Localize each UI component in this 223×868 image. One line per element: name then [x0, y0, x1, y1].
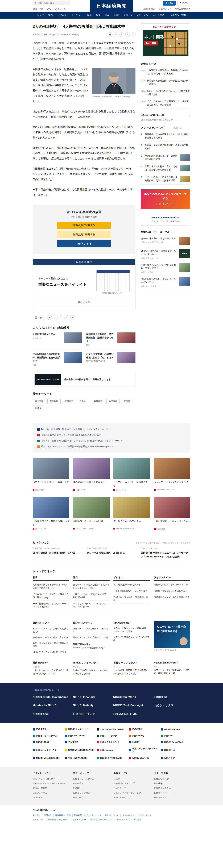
trend-item[interactable]: 「部下に嫌われない」伝え方とは？	[114, 588, 150, 594]
nav-international[interactable]: 国際	[112, 14, 121, 17]
feature-card[interactable]: 全国のワークスペースを利用NIKKEI OFFICE PASS	[73, 497, 110, 530]
partner-item[interactable]: スマートワーク経営調査2025 「働き方」審査の設計を公開	[154, 669, 191, 675]
partner-header[interactable]: 日経BizGate	[33, 661, 69, 664]
partner-item[interactable]: 世界のオフィスビル「森の門」目指す	[73, 635, 110, 641]
trend-item[interactable]: 「稼ぐ」に効く HPのビジネスPC PR／日本HP	[73, 591, 110, 601]
facebook-icon[interactable]: f	[59, 315, 63, 320]
brand-link[interactable]: テレ東BIZ	[65, 741, 94, 744]
nav-sokuho[interactable]: 速報	[46, 14, 55, 17]
pr-item[interactable]: 外食で愛されるハンバーグの成長戦略 アプリで磨く日経チャンネル	[141, 261, 190, 276]
ranking-item[interactable]: 2参院選、全選挙区の開票結果 与党は過半数割れに	[141, 142, 190, 152]
brand-link[interactable]: 日経転職版	[129, 728, 158, 731]
nav-finance[interactable]: 金融	[103, 14, 112, 17]
sitemap-link[interactable]: 日経ピーアール	[154, 790, 190, 795]
ranking-item[interactable]: 5「チームみらい」政党要件満たす 安野代表、交付金で技術者採用	[141, 174, 190, 185]
brand-link[interactable]: 日経CNBC online	[65, 734, 94, 737]
brand-link[interactable]: 日経電子版	[33, 728, 62, 731]
sitemap-link[interactable]: シンポジウム	[33, 795, 69, 800]
free-register-button[interactable]: 無料会員に登録する	[57, 231, 111, 238]
partner-item[interactable]: ミドル転職、専門職で広がる選択肢 40代からのキャリア設計	[114, 669, 150, 675]
ranking-item[interactable]: 1石破首相「政治を停滞させない」続投に意欲 参院選で与党敗北	[141, 131, 190, 142]
partner-item[interactable]: 東ガス・イノベ、新電力事業を提携で拡大へ	[33, 626, 69, 635]
keyword-tag[interactable]: 法務省	[33, 406, 44, 411]
sitemap-link[interactable]: 日経イベント&セミナー	[33, 776, 69, 781]
promo-link[interactable]: 【無料】「日経平均に連動するインデックス」の仕組みを解説／トレンドウオッチ	[37, 438, 186, 444]
feature-card[interactable]: ベテランこそ生成AIと「自走」する日経転職版	[33, 458, 69, 491]
sitemap-link[interactable]: 日経統合システム	[154, 786, 190, 790]
selection-item[interactable]: 日経ニュースレター日経電子版が提供するニュースレターサービス「NIKKEI Br…	[141, 547, 190, 559]
note-icon[interactable]: n	[119, 32, 124, 37]
footer-link[interactable]: 採用情報	[42, 814, 54, 817]
related-site-logo[interactable]: NIKKEI GX	[154, 695, 190, 699]
partner-item[interactable]: エアライン業界のイノベーション最前線	[114, 634, 150, 643]
sitemap-link[interactable]: 日経映像	[154, 781, 190, 786]
login-link[interactable]: ログイン	[177, 1, 190, 6]
ranking-title[interactable]: アクセスランキング	[141, 126, 165, 129]
trend-item[interactable]: 自分の「会食偏差値」を試してみた	[154, 588, 191, 594]
brand-link[interactable]: 日経マーケティングポータル	[129, 747, 158, 753]
footer-link[interactable]: 広告掲載のご案内	[54, 814, 73, 817]
nav-economy[interactable]: 経済	[94, 14, 103, 17]
footer-link[interactable]: お問い合わせ	[138, 814, 153, 817]
mail-icon[interactable]: ✉	[47, 315, 52, 320]
pr-item[interactable]: 熱中症の事故防ぐ 最新対策に迫る日経ビジネス電子版 Special	[141, 235, 190, 247]
footer-link[interactable]: 会社案内	[33, 814, 42, 817]
sitemap-link[interactable]: 日経ホール&カンファレンスルーム	[33, 781, 69, 786]
brand-link[interactable]: NIKKEI OFFICE PASS	[97, 756, 126, 760]
brand-link[interactable]: 日経BP	[129, 741, 158, 744]
x-icon[interactable]: X	[131, 32, 135, 37]
breaking-news-item[interactable]: 15:33「保守政党の選挙活動、教科書の政治を想定」近現代史・中央大教授	[141, 67, 190, 78]
brand-link[interactable]: NIKKEI TEST	[33, 741, 62, 744]
sitemap-link[interactable]: 日経ID	[114, 776, 150, 781]
nav-trump-tariff[interactable]: #トランプ関税	[169, 14, 188, 17]
partner-item[interactable]: 陶器ブーム、ついに終焉？ 2強時代へ	[73, 626, 110, 635]
trend-item[interactable]: FFG「新たな挑戦」を支えるステージ PR／ふくおかFG	[33, 601, 69, 610]
login-button[interactable]: ログインする	[57, 240, 111, 247]
brand-link[interactable]: NIKKEI VALUE SEARCH	[33, 756, 62, 760]
nav-politics[interactable]: 政治	[85, 14, 94, 17]
feature-card[interactable]: 「現場で使える」英語力を身につけるスキルアップ	[33, 497, 69, 530]
footer-link[interactable]: サイトマップ	[33, 818, 46, 821]
breaking-news-title[interactable]: 速報ニュース	[141, 62, 157, 66]
feature-card[interactable]: ヴィンテージバッグをビジネスでTHE NIKKEI MAGAZINE	[154, 458, 191, 491]
related-site-logo[interactable]: NIKKEI Mobility	[73, 704, 110, 707]
brand-link[interactable]: 日経BOOKプラス	[129, 756, 158, 760]
brand-link[interactable]: 日経ESG	[161, 734, 190, 737]
event-seminar-box[interactable]: NIKKEI event&seminar イベント・ウェビナーを探すなら	[141, 213, 190, 225]
footer-link[interactable]: 著作権について	[103, 814, 121, 817]
subnav-item-mynews[interactable]: Myニュース	[55, 8, 66, 10]
trend-item[interactable]: 最新家電への買い替えはサブスクで	[154, 582, 191, 588]
pr-section-title[interactable]: 特集記事（PR）はこちら	[141, 230, 170, 234]
sitemap-link[interactable]: 日経リサーチ	[114, 786, 150, 790]
nav-business[interactable]: ビジネス	[55, 14, 69, 17]
brand-link[interactable]: 日経クロステック	[97, 734, 126, 737]
mail-icon[interactable]: ✉	[114, 32, 118, 37]
note-icon[interactable]: n	[53, 315, 58, 320]
trend-item[interactable]: ビジネスに効く「アドラー心理学」入門 PR／bizplay	[33, 591, 69, 601]
keyword-tag[interactable]: 住田紘一	[77, 399, 90, 404]
save-button[interactable]: 保存	[33, 315, 44, 320]
trend-item[interactable]: 蓄電データをつないで活用「蓄電のコンシェルジュ」 PR	[73, 582, 110, 591]
partner-item[interactable]: ENEOS、九州の給油拠点を統合へ	[73, 646, 110, 649]
partner-header[interactable]: NIKKEIリスキリング	[73, 661, 110, 664]
partner-header[interactable]: 日経ウーマノミクス	[114, 661, 150, 664]
brand-link[interactable]: 日経クロストレンド	[97, 741, 126, 744]
magazine-promo-banner[interactable]: THE NIKKEI MAGAZINE 過去最多の496社から選出 受賞企業はこ…	[33, 372, 135, 387]
partner-subheader[interactable]: NIKKEI Mobility	[73, 643, 110, 646]
breaking-news-item[interactable]: 15:28れいわ、GAPEC誘致にもふれ「日本の未来は地方から」	[141, 88, 190, 98]
nikkei-logo[interactable]: 日本経済新聞	[90, 0, 133, 12]
keyword-tag[interactable]: 死刑執行	[47, 399, 61, 404]
brand-link[interactable]: NIKKEI BizGate	[161, 728, 190, 731]
subnav-item-live[interactable]: LIVE	[46, 8, 51, 10]
nav-more[interactable]: もっと見る…	[151, 14, 169, 17]
ai-agent-ad[interactable]: AIエージェントで日本企業に労働力革命を	[154, 621, 191, 648]
partner-item[interactable]: 生成AI「100日チャレンジ」で社会人の学び直しが加速	[73, 669, 110, 675]
sitemap-link[interactable]: 日経メディアマーケティング	[114, 790, 150, 795]
selection-item[interactable]: 日経電子版・サービス紹介2024日本経済新聞・川合社長の講演（7月7日）	[33, 547, 82, 559]
nav-sports[interactable]: スポーツ	[121, 14, 134, 17]
sitemap-link[interactable]: 日経転職版	[73, 781, 109, 786]
keyword-tag[interactable]: 死刑判決	[62, 399, 75, 404]
nav-opinion[interactable]: オピニオン	[135, 14, 151, 17]
go-game-ad[interactable]: わかったらはクリック！ ネット囲碁 1ヶ月無料	[141, 24, 190, 58]
keyword-tag[interactable]: 西川正勝	[33, 399, 46, 404]
